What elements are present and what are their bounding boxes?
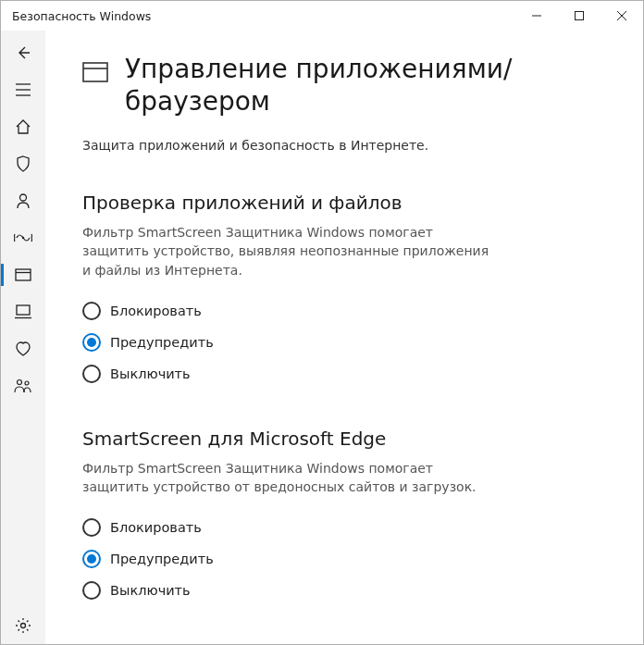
radio-icon <box>82 333 101 352</box>
app-browser-icon <box>82 62 108 85</box>
content-area: Управление приложениями/браузером Защита… <box>45 31 643 644</box>
radio-icon <box>82 302 101 320</box>
radio-label: Выключить <box>110 366 191 381</box>
svg-rect-9 <box>16 269 31 280</box>
svg-point-13 <box>18 380 22 385</box>
nav-app-browser-control[interactable] <box>1 256 45 293</box>
radio-edge-block[interactable]: Блокировать <box>82 518 606 537</box>
nav-account-protection[interactable] <box>1 182 45 219</box>
edge-radio-group: Блокировать Предупредить Выключить <box>82 518 606 600</box>
svg-rect-11 <box>17 305 30 315</box>
radio-label: Предупредить <box>110 552 214 566</box>
window-titlebar: Безопасность Windows <box>1 1 643 31</box>
apps-files-radio-group: Блокировать Предупредить Выключить <box>82 302 606 383</box>
minimize-button[interactable] <box>515 1 558 31</box>
section-edge-desc: Фильтр SmartScreen Защитника Windows пом… <box>82 459 499 497</box>
radio-label: Блокировать <box>110 304 202 318</box>
nav-family-options[interactable] <box>1 367 45 404</box>
page-subtitle: Защита приложений и безопасность в Интер… <box>82 138 606 153</box>
svg-point-8 <box>22 237 24 239</box>
svg-rect-1 <box>576 12 584 20</box>
radio-icon <box>82 581 101 600</box>
radio-apps-block[interactable]: Блокировать <box>82 302 606 320</box>
radio-icon <box>82 550 101 568</box>
nav-settings[interactable] <box>1 607 45 644</box>
radio-label: Предупредить <box>110 335 214 350</box>
section-apps-files-title: Проверка приложений и файлов <box>82 192 606 214</box>
menu-button[interactable] <box>1 71 45 108</box>
nav-device-performance[interactable] <box>1 330 45 367</box>
radio-icon <box>82 518 101 537</box>
nav-firewall[interactable] <box>1 219 45 256</box>
svg-point-15 <box>21 624 26 628</box>
radio-edge-off[interactable]: Выключить <box>82 581 606 600</box>
svg-rect-16 <box>83 63 107 81</box>
svg-point-14 <box>25 381 29 385</box>
radio-label: Блокировать <box>110 520 202 535</box>
radio-apps-off[interactable]: Выключить <box>82 365 606 383</box>
radio-label: Выключить <box>110 583 191 598</box>
radio-apps-warn[interactable]: Предупредить <box>82 333 606 352</box>
nav-home[interactable] <box>1 108 45 145</box>
radio-icon <box>82 365 101 383</box>
back-button[interactable] <box>1 34 45 71</box>
window-title: Безопасность Windows <box>12 9 515 23</box>
nav-virus-protection[interactable] <box>1 145 45 182</box>
maximize-button[interactable] <box>558 1 601 31</box>
svg-point-7 <box>20 194 27 201</box>
sidebar <box>1 31 45 644</box>
nav-device-security[interactable] <box>1 293 45 330</box>
section-edge-title: SmartScreen для Microsoft Edge <box>82 428 606 450</box>
section-apps-files-desc: Фильтр SmartScreen Защитника Windows пом… <box>82 223 499 279</box>
page-title: Управление приложениями/браузером <box>125 53 606 118</box>
radio-edge-warn[interactable]: Предупредить <box>82 550 606 568</box>
close-button[interactable] <box>601 1 643 31</box>
